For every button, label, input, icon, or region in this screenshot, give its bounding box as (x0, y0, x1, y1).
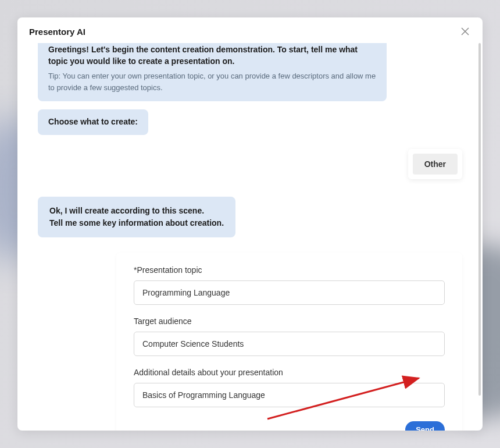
close-button[interactable] (459, 26, 471, 37)
ai-message-greeting: Greetings! Let's begin the content creat… (38, 43, 387, 101)
audience-input[interactable] (134, 332, 445, 356)
audience-label: Target audience (134, 317, 445, 326)
scene-line-2: Tell me some key information about creat… (49, 217, 224, 229)
details-label: Additional details about your presentati… (134, 368, 445, 377)
modal-body: Greetings! Let's begin the content creat… (17, 43, 483, 431)
topic-label: *Presentation topic (134, 265, 445, 275)
greeting-tip: Tip: You can enter your own presentation… (48, 70, 376, 93)
scene-line-1: Ok, I will create according to this scen… (49, 205, 224, 217)
presentory-modal: Presentory AI Greetings! Let's begin the… (17, 17, 483, 431)
send-button[interactable]: Send (405, 421, 445, 431)
form-actions: Send (134, 421, 445, 431)
topic-input[interactable] (134, 280, 445, 305)
ai-message-choose: Choose what to create: (38, 109, 148, 135)
greeting-text: Greetings! Let's begin the content creat… (48, 44, 376, 67)
choose-label: Choose what to create: (48, 116, 138, 128)
details-input[interactable] (134, 383, 445, 407)
creation-form: *Presentation topic Target audience Addi… (116, 253, 462, 431)
scrollbar[interactable] (478, 43, 481, 396)
other-button[interactable]: Other (413, 154, 458, 175)
user-choice-row: Other (38, 143, 462, 197)
choice-card: Other (408, 149, 462, 179)
modal-header: Presentory AI (17, 17, 483, 43)
close-icon (461, 27, 469, 35)
ai-message-scene: Ok, I will create according to this scen… (38, 197, 235, 237)
modal-title: Presentory AI (29, 27, 85, 37)
